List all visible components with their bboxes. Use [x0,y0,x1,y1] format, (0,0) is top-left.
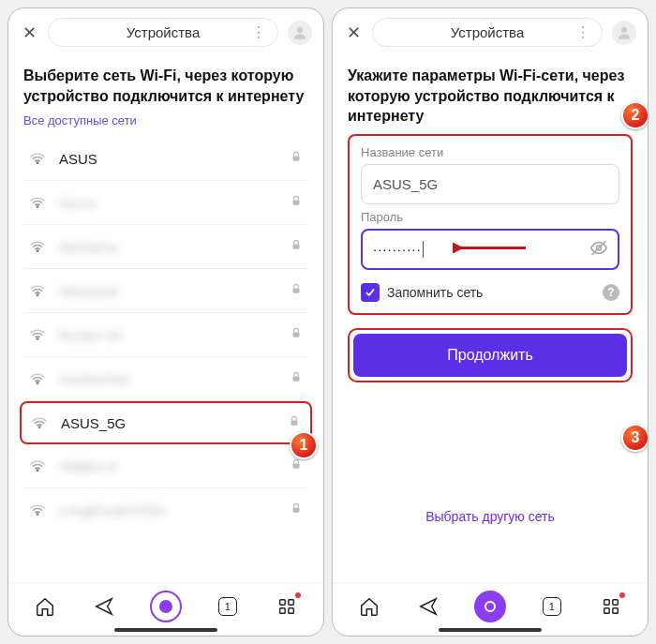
wifi-icon [29,150,48,167]
password-input[interactable]: ·········· [361,229,619,270]
svg-rect-9 [293,508,300,513]
form-box: Название сети ASUS_5G Пароль ·········· … [348,134,633,315]
wifi-icon [29,238,48,255]
user-icon [616,24,633,41]
notification-dot [295,592,301,598]
network-item[interactable]: LongRouterSSID [23,488,308,532]
lock-icon [290,282,303,299]
page-heading: Выберите сеть Wi-Fi, через которую устро… [23,66,308,106]
tabs-icon[interactable]: 1 [539,593,565,620]
home-indicator [439,628,542,632]
menu-icon[interactable] [274,593,300,620]
header-title: Устройства [451,24,524,40]
header: ✕ Устройства ⋮ [8,8,323,56]
avatar[interactable] [612,21,636,45]
lock-icon [288,414,301,431]
lock-icon [290,238,303,255]
lock-icon [290,326,303,343]
home-icon[interactable] [32,593,58,620]
header-title: Устройства [127,24,200,40]
remember-label: Запомнить сеть [387,285,595,300]
page-heading: Укажите параметры Wi-Fi-сети, через кото… [348,66,633,127]
remember-checkbox[interactable] [361,283,380,302]
menu-icon[interactable] [598,593,624,620]
title-pill[interactable]: Устройства ⋮ [372,18,603,47]
network-item[interactable]: Some [23,181,308,225]
network-item[interactable]: Network4 [23,269,308,313]
choose-other-network-link[interactable]: Выбрать другую сеть [333,509,648,524]
svg-rect-11 [288,600,293,606]
arrow-annotation [453,238,528,260]
annotation-badge-1: 1 [290,431,318,459]
svg-rect-6 [293,377,300,382]
svg-rect-8 [293,464,300,469]
svg-rect-7 [291,421,298,426]
user-icon [291,24,308,41]
network-name: Router-24 [59,327,278,343]
network-name: Hidden-8 [59,458,278,474]
password-label: Пароль [361,210,619,224]
content-right: Укажите параметры Wi-Fi-сети, через кото… [333,56,648,582]
annotation-badge-2: 2 [621,101,648,129]
subhead-link[interactable]: Все доступные сети [23,113,308,127]
title-pill[interactable]: Устройства ⋮ [48,18,278,47]
wifi-icon [29,457,48,474]
more-icon[interactable]: ⋮ [575,25,590,40]
header: ✕ Устройства ⋮ [333,8,648,56]
lock-icon [290,502,303,518]
svg-rect-3 [293,245,300,249]
network-name: Some [59,195,278,211]
network-list: ASUSSomeNetNameNetwork4Router-24AnotherN… [23,137,308,532]
phone-left: ✕ Устройства ⋮ Выберите сеть Wi-Fi, чере… [7,7,324,637]
eye-off-icon[interactable] [589,238,608,260]
lock-icon [290,194,303,211]
continue-wrap: Продолжить [348,328,633,382]
close-icon[interactable]: ✕ [20,22,38,43]
home-icon[interactable] [356,593,382,620]
network-item[interactable]: Hidden-8 [23,444,308,488]
network-name: NetName [59,239,278,255]
network-name: AnotherNet [59,371,278,387]
network-item[interactable]: AnotherNet [23,357,308,401]
lock-icon [290,150,303,167]
help-icon[interactable]: ? [603,284,619,301]
more-icon[interactable]: ⋮ [251,25,266,40]
svg-rect-18 [604,600,609,606]
send-icon[interactable] [415,593,441,620]
avatar[interactable] [288,21,312,45]
send-icon[interactable] [91,593,117,620]
network-item[interactable]: ASUS_5G [20,401,312,444]
alice-icon[interactable] [150,591,182,622]
svg-point-14 [621,27,627,33]
ssid-input[interactable]: ASUS_5G [361,164,619,204]
svg-rect-2 [293,201,300,205]
wifi-icon [29,282,48,299]
wifi-icon [31,414,50,431]
wifi-icon [29,502,48,518]
content-left: Выберите сеть Wi-Fi, через которую устро… [8,56,323,582]
alice-icon[interactable] [474,591,506,622]
svg-rect-19 [612,600,618,606]
svg-rect-13 [288,608,293,614]
wifi-icon [29,194,48,211]
svg-rect-12 [279,608,285,614]
bottom-nav: 1 [333,582,648,628]
continue-button[interactable]: Продолжить [353,334,627,377]
home-indicator [114,628,217,632]
network-item[interactable]: Router-24 [23,313,308,357]
svg-rect-20 [604,608,609,614]
close-icon[interactable]: ✕ [344,22,363,43]
svg-rect-5 [293,333,300,337]
lock-icon [290,457,303,474]
svg-rect-10 [279,600,285,606]
network-item[interactable]: NetName [23,225,308,269]
network-item[interactable]: ASUS [23,137,308,181]
network-name: ASUS [59,151,278,167]
network-name: ASUS_5G [61,415,276,431]
phone-right: ✕ Устройства ⋮ Укажите параметры Wi-Fi-с… [332,7,649,637]
network-name: Network4 [59,283,278,299]
svg-rect-4 [293,289,300,293]
ssid-label: Название сети [361,145,619,159]
svg-rect-21 [612,608,618,614]
tabs-icon[interactable]: 1 [215,593,241,620]
